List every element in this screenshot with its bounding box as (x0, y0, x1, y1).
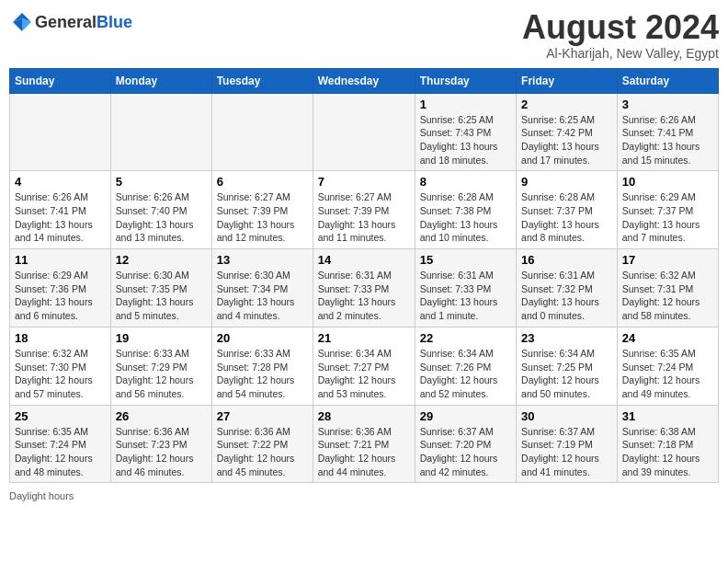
day-info: Sunrise: 6:26 AM Sunset: 7:40 PM Dayligh… (116, 190, 207, 245)
calendar-cell: 31Sunrise: 6:38 AM Sunset: 7:18 PM Dayli… (617, 405, 718, 483)
calendar-cell (110, 93, 211, 171)
calendar-cell: 17Sunrise: 6:32 AM Sunset: 7:31 PM Dayli… (617, 249, 718, 327)
logo: GeneralBlue (9, 9, 132, 35)
day-number: 15 (420, 253, 511, 267)
calendar-cell: 16Sunrise: 6:31 AM Sunset: 7:32 PM Dayli… (517, 249, 618, 327)
header: GeneralBlue August 2024 Al-Kharijah, New… (9, 9, 719, 61)
day-info: Sunrise: 6:27 AM Sunset: 7:39 PM Dayligh… (318, 190, 410, 245)
day-info: Sunrise: 6:38 AM Sunset: 7:18 PM Dayligh… (622, 425, 713, 479)
day-number: 3 (622, 98, 713, 111)
day-info: Sunrise: 6:35 AM Sunset: 7:24 PM Dayligh… (15, 425, 106, 479)
day-number: 13 (217, 253, 308, 267)
calendar-cell: 9Sunrise: 6:28 AM Sunset: 7:37 PM Daylig… (517, 171, 618, 249)
day-number: 25 (15, 409, 106, 423)
day-number: 22 (420, 331, 511, 345)
day-info: Sunrise: 6:36 AM Sunset: 7:21 PM Dayligh… (318, 425, 410, 479)
calendar-cell: 8Sunrise: 6:28 AM Sunset: 7:38 PM Daylig… (415, 171, 516, 249)
calendar-cell: 30Sunrise: 6:37 AM Sunset: 7:19 PM Dayli… (517, 405, 618, 483)
calendar-cell: 15Sunrise: 6:31 AM Sunset: 7:33 PM Dayli… (415, 249, 516, 327)
day-info: Sunrise: 6:26 AM Sunset: 7:41 PM Dayligh… (622, 113, 713, 167)
calendar-cell: 11Sunrise: 6:29 AM Sunset: 7:36 PM Dayli… (10, 249, 111, 327)
calendar-cell: 27Sunrise: 6:36 AM Sunset: 7:22 PM Dayli… (211, 405, 313, 483)
day-info: Sunrise: 6:28 AM Sunset: 7:38 PM Dayligh… (420, 190, 511, 245)
calendar-cell: 28Sunrise: 6:36 AM Sunset: 7:21 PM Dayli… (313, 405, 415, 483)
calendar-cell: 21Sunrise: 6:34 AM Sunset: 7:27 PM Dayli… (313, 327, 415, 405)
day-info: Sunrise: 6:31 AM Sunset: 7:33 PM Dayligh… (318, 269, 410, 323)
calendar-cell: 5Sunrise: 6:26 AM Sunset: 7:40 PM Daylig… (110, 171, 211, 249)
day-number: 2 (521, 98, 612, 111)
day-number: 20 (217, 331, 308, 345)
calendar-cell: 3Sunrise: 6:26 AM Sunset: 7:41 PM Daylig… (617, 93, 718, 171)
day-info: Sunrise: 6:30 AM Sunset: 7:35 PM Dayligh… (116, 269, 207, 323)
page-title: August 2024 (522, 9, 719, 46)
day-info: Sunrise: 6:25 AM Sunset: 7:43 PM Dayligh… (420, 113, 511, 167)
day-number: 7 (318, 175, 410, 189)
day-number: 17 (622, 253, 713, 267)
day-info: Sunrise: 6:27 AM Sunset: 7:39 PM Dayligh… (217, 190, 308, 245)
day-number: 12 (116, 253, 207, 267)
day-number: 30 (521, 409, 612, 423)
day-number: 21 (318, 331, 410, 345)
day-info: Sunrise: 6:34 AM Sunset: 7:25 PM Dayligh… (521, 347, 612, 401)
day-number: 31 (622, 409, 713, 423)
calendar-cell: 7Sunrise: 6:27 AM Sunset: 7:39 PM Daylig… (313, 171, 415, 249)
day-number: 23 (521, 331, 612, 345)
day-number: 10 (622, 175, 713, 189)
day-info: Sunrise: 6:29 AM Sunset: 7:36 PM Dayligh… (15, 269, 106, 323)
calendar-cell: 19Sunrise: 6:33 AM Sunset: 7:29 PM Dayli… (110, 327, 211, 405)
day-info: Sunrise: 6:37 AM Sunset: 7:19 PM Dayligh… (521, 425, 612, 479)
calendar-cell: 20Sunrise: 6:33 AM Sunset: 7:28 PM Dayli… (211, 327, 313, 405)
page-subtitle: Al-Kharijah, New Valley, Egypt (522, 46, 719, 61)
title-area: August 2024 Al-Kharijah, New Valley, Egy… (522, 9, 719, 61)
day-number: 11 (15, 253, 106, 267)
calendar-cell: 12Sunrise: 6:30 AM Sunset: 7:35 PM Dayli… (110, 249, 211, 327)
calendar-cell: 22Sunrise: 6:34 AM Sunset: 7:26 PM Dayli… (415, 327, 516, 405)
day-number: 18 (15, 331, 106, 345)
logo-icon (9, 9, 35, 35)
calendar-cell: 24Sunrise: 6:35 AM Sunset: 7:24 PM Dayli… (617, 327, 718, 405)
svg-marker-1 (22, 18, 31, 31)
day-info: Sunrise: 6:25 AM Sunset: 7:42 PM Dayligh… (521, 113, 612, 167)
day-number: 27 (217, 409, 308, 423)
day-number: 26 (116, 409, 207, 423)
day-info: Sunrise: 6:33 AM Sunset: 7:28 PM Dayligh… (217, 347, 308, 401)
logo-general: General (35, 13, 97, 32)
day-info: Sunrise: 6:36 AM Sunset: 7:22 PM Dayligh… (217, 425, 308, 479)
calendar-cell: 6Sunrise: 6:27 AM Sunset: 7:39 PM Daylig… (211, 171, 313, 249)
day-info: Sunrise: 6:33 AM Sunset: 7:29 PM Dayligh… (116, 347, 207, 401)
day-number: 1 (420, 98, 511, 111)
calendar-cell: 2Sunrise: 6:25 AM Sunset: 7:42 PM Daylig… (517, 93, 618, 171)
calendar-cell (10, 93, 111, 171)
legend: Daylight hours (9, 490, 719, 501)
day-info: Sunrise: 6:36 AM Sunset: 7:23 PM Dayligh… (116, 425, 207, 479)
calendar-cell: 14Sunrise: 6:31 AM Sunset: 7:33 PM Dayli… (313, 249, 415, 327)
calendar-table: SundayMondayTuesdayWednesdayThursdayFrid… (9, 68, 719, 484)
calendar-body: 1Sunrise: 6:25 AM Sunset: 7:43 PM Daylig… (10, 93, 719, 483)
calendar-cell: 10Sunrise: 6:29 AM Sunset: 7:37 PM Dayli… (617, 171, 718, 249)
day-info: Sunrise: 6:26 AM Sunset: 7:41 PM Dayligh… (15, 190, 106, 245)
day-number: 4 (15, 175, 106, 189)
day-number: 29 (420, 409, 511, 423)
day-info: Sunrise: 6:29 AM Sunset: 7:37 PM Dayligh… (622, 190, 713, 245)
calendar-cell: 13Sunrise: 6:30 AM Sunset: 7:34 PM Dayli… (211, 249, 313, 327)
day-info: Sunrise: 6:34 AM Sunset: 7:27 PM Dayligh… (318, 347, 410, 401)
calendar-cell: 1Sunrise: 6:25 AM Sunset: 7:43 PM Daylig… (415, 93, 516, 171)
day-number: 5 (116, 175, 207, 189)
day-info: Sunrise: 6:37 AM Sunset: 7:20 PM Dayligh… (420, 425, 511, 479)
day-number: 24 (622, 331, 713, 345)
day-info: Sunrise: 6:35 AM Sunset: 7:24 PM Dayligh… (622, 347, 713, 401)
day-header-wednesday: Wednesday (313, 68, 415, 93)
day-number: 6 (217, 175, 308, 189)
day-header-monday: Monday (110, 68, 211, 93)
day-info: Sunrise: 6:31 AM Sunset: 7:32 PM Dayligh… (521, 269, 612, 323)
calendar-cell: 23Sunrise: 6:34 AM Sunset: 7:25 PM Dayli… (517, 327, 618, 405)
calendar-cell: 29Sunrise: 6:37 AM Sunset: 7:20 PM Dayli… (415, 405, 516, 483)
day-info: Sunrise: 6:30 AM Sunset: 7:34 PM Dayligh… (217, 269, 308, 323)
day-header-tuesday: Tuesday (211, 68, 313, 93)
day-number: 28 (318, 409, 410, 423)
calendar-cell: 26Sunrise: 6:36 AM Sunset: 7:23 PM Dayli… (110, 405, 211, 483)
calendar-cell: 18Sunrise: 6:32 AM Sunset: 7:30 PM Dayli… (10, 327, 111, 405)
calendar-cell (211, 93, 313, 171)
svg-marker-2 (13, 18, 22, 31)
day-info: Sunrise: 6:32 AM Sunset: 7:31 PM Dayligh… (622, 269, 713, 323)
